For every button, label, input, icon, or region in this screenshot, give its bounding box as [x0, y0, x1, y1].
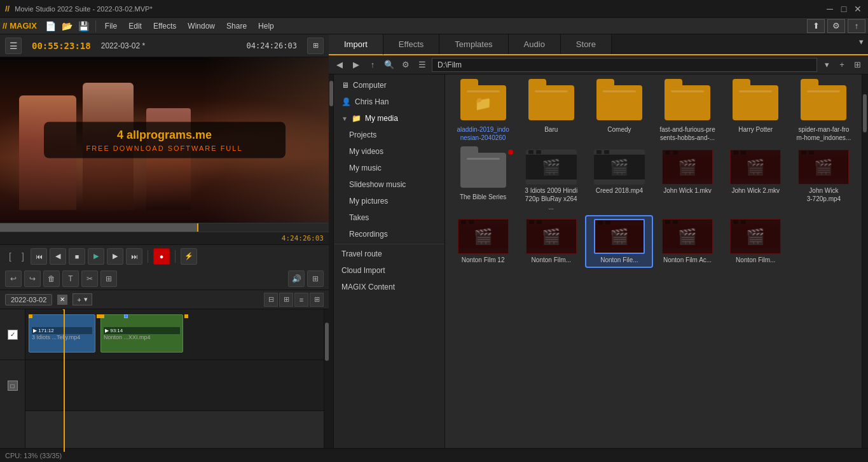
- tab-import[interactable]: Import: [329, 34, 383, 55]
- redo-button[interactable]: ↪: [24, 270, 41, 287]
- close-track-button[interactable]: ✕: [57, 295, 67, 305]
- out-point-button[interactable]: ]: [18, 248, 28, 265]
- edit-menu[interactable]: Edit: [123, 19, 147, 33]
- file-item-harry-potter[interactable]: Harry Potter: [723, 80, 789, 144]
- help-menu[interactable]: Help: [253, 19, 279, 33]
- maximize-button[interactable]: □: [839, 4, 849, 14]
- go-start-button[interactable]: ⏮: [31, 248, 47, 265]
- sidebar-item-slideshow-music[interactable]: Slideshow music: [334, 176, 444, 193]
- up-button[interactable]: ↑: [366, 58, 380, 72]
- add-button[interactable]: +: [835, 58, 849, 72]
- file-item-spider-man[interactable]: spider-man-far-from-home_indones...: [791, 80, 857, 144]
- loop-button[interactable]: ⚡: [181, 248, 197, 265]
- browser-vscrollbar[interactable]: [862, 74, 868, 462]
- play-button[interactable]: ▶: [88, 248, 104, 265]
- view-btn-3[interactable]: ≡: [294, 293, 308, 307]
- red-dot-indicator: [508, 150, 513, 155]
- file-item-aladdin[interactable]: 📁 aladdin-2019_indonesian-2040260: [450, 80, 516, 144]
- cut-button[interactable]: ✂: [81, 270, 98, 287]
- next-frame-button[interactable]: ▶: [107, 248, 123, 265]
- settings-btn[interactable]: ⚙: [399, 58, 413, 72]
- volume-button[interactable]: 🔊: [288, 270, 305, 287]
- file-item-comedy[interactable]: Comedy: [586, 80, 652, 144]
- view-btn-2[interactable]: ⊞: [279, 293, 293, 307]
- save-button[interactable]: 💾: [76, 19, 92, 33]
- open-button[interactable]: 📂: [60, 19, 75, 33]
- new-button[interactable]: 📄: [43, 19, 59, 33]
- path-dropdown[interactable]: ▾: [820, 58, 834, 72]
- share-menu[interactable]: Share: [221, 19, 252, 33]
- sidebar-item-recordings[interactable]: Recordings: [334, 226, 444, 242]
- record-button[interactable]: ●: [153, 248, 170, 265]
- view-btn-4[interactable]: ⊞: [310, 293, 324, 307]
- window-menu[interactable]: Window: [183, 19, 220, 33]
- prev-frame-button[interactable]: ◀: [50, 248, 66, 265]
- tab-store[interactable]: Store: [561, 34, 612, 54]
- options-btn[interactable]: ☰: [415, 58, 429, 72]
- menu-toggle[interactable]: ☰: [5, 38, 22, 54]
- minimize-button[interactable]: ─: [825, 4, 835, 14]
- file-item-bible-series[interactable]: The Bible Series: [450, 147, 516, 214]
- file-item-nonton-2[interactable]: 🎬 Nonton Film...: [518, 216, 584, 267]
- file-item-john-wick-3[interactable]: 🎬 John Wick3-720p.mp4: [791, 147, 857, 214]
- transport-bar: ☰ 00:55:23:18 2022-03-02 * 04:24:26:03 ⊞: [0, 34, 329, 57]
- stop-button[interactable]: ■: [69, 248, 85, 265]
- file-item-creed[interactable]: 🎬 Creed 2018.mp4: [586, 147, 652, 214]
- sidebar-scroll[interactable]: [329, 74, 334, 462]
- settings-icon[interactable]: ⚙: [827, 19, 845, 33]
- sidebar-item-my-pictures[interactable]: My pictures: [334, 193, 444, 209]
- file-item-nonton-5[interactable]: 🎬 Nonton Film...: [723, 216, 789, 267]
- grid-button[interactable]: ⊞: [307, 270, 324, 287]
- sidebar-item-my-music[interactable]: My music: [334, 160, 444, 176]
- path-input[interactable]: [432, 58, 817, 72]
- file-item-john-wick-1[interactable]: 🎬 John Wick 1.mkv: [654, 147, 720, 214]
- sidebar-item-cloud-import[interactable]: Cloud Import: [334, 262, 444, 279]
- text-button[interactable]: T: [62, 270, 79, 287]
- track-checkbox-1[interactable]: ✓: [8, 330, 18, 340]
- tab-audio[interactable]: Audio: [509, 34, 561, 54]
- undo-button[interactable]: ↩: [5, 270, 22, 287]
- file-item-baru[interactable]: Baru: [518, 80, 584, 144]
- effects-menu[interactable]: Effects: [148, 19, 181, 33]
- grid-view-button[interactable]: ⊞: [850, 58, 864, 72]
- back-button[interactable]: ◀: [333, 58, 347, 72]
- sidebar-item-takes[interactable]: Takes: [334, 209, 444, 226]
- add-track-button[interactable]: + ▾: [72, 293, 92, 305]
- view-btn-1[interactable]: ⊟: [264, 293, 278, 307]
- file-item-nonton-12[interactable]: 🎬 Nonton Film 12: [450, 216, 516, 267]
- tab-templates[interactable]: Templates: [439, 34, 508, 54]
- clip-2[interactable]: ▶ 93:14 Nonton ...XXI.mp4: [100, 314, 183, 353]
- sidebar-item-magix-content[interactable]: MAGIX Content: [334, 279, 444, 295]
- track-checkbox-2[interactable]: □: [8, 381, 18, 391]
- publish-icon[interactable]: ⬆: [807, 19, 825, 33]
- expand-button[interactable]: ⊞: [307, 38, 324, 54]
- sidebar-item-my-media[interactable]: ▼ 📁 My media: [334, 110, 444, 127]
- go-end-button[interactable]: ⏭: [126, 248, 142, 265]
- file-menu[interactable]: File: [100, 19, 122, 33]
- file-item-nonton-ac[interactable]: 🎬 Nonton Film Ac...: [654, 216, 720, 267]
- file-item-nonton-selected[interactable]: 🎬 Nonton File...: [586, 216, 652, 267]
- fit-button[interactable]: ⊞: [100, 270, 117, 287]
- in-point-button[interactable]: [: [5, 248, 15, 265]
- file-item-john-wick-2[interactable]: 🎬 John Wick 2.mkv: [723, 147, 789, 214]
- file-item-3idiots[interactable]: 🎬 3 Idiots 2009 Hindi720p BluRay x264 ..…: [518, 147, 584, 214]
- sidebar-item-projects[interactable]: Projects: [334, 127, 444, 143]
- timeline-scrollbar[interactable]: [324, 309, 329, 452]
- sidebar-item-my-videos[interactable]: My videos: [334, 143, 444, 160]
- video-still: 4 allprograms.me FREE DOWNLOAD SOFTWARE …: [0, 57, 329, 223]
- file-item-fast-furious[interactable]: fast-and-furious-presents-hobbs-and-...: [654, 80, 720, 144]
- sidebar-item-computer[interactable]: 🖥 Computer: [334, 77, 444, 94]
- tab-effects[interactable]: Effects: [383, 34, 440, 54]
- forward-button[interactable]: ▶: [349, 58, 363, 72]
- upload-icon[interactable]: ↑: [848, 19, 865, 33]
- delete-button[interactable]: 🗑: [43, 270, 60, 287]
- track-header-row: 2022-03-02 ✕ + ▾ ⊟ ⊞ ≡ ⊞: [0, 290, 329, 309]
- sidebar-item-travel-route[interactable]: Travel route: [334, 246, 444, 262]
- close-button[interactable]: ✕: [853, 4, 863, 14]
- browser-collapse-button[interactable]: ▾: [854, 34, 868, 48]
- track-row-2: [25, 360, 324, 411]
- scrubber-bar[interactable]: [0, 223, 329, 232]
- search-button[interactable]: 🔍: [382, 58, 396, 72]
- sidebar-item-chris-han[interactable]: 👤 Chris Han: [334, 94, 444, 110]
- clip-1[interactable]: ▶ 171:12 3 Idiots ...Telly.mp4: [29, 314, 95, 353]
